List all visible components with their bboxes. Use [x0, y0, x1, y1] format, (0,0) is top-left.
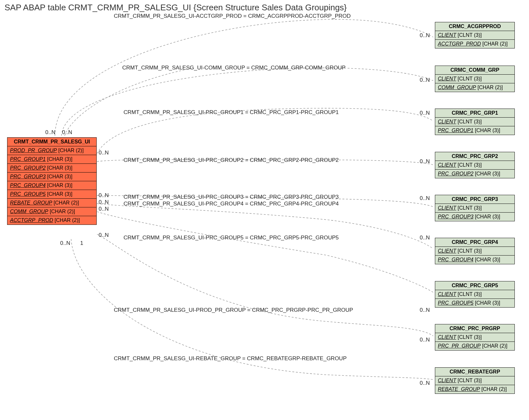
cardinality: 0..N [99, 150, 109, 156]
entity-field: PRC_GROUP3 [CHAR (3)] [7, 173, 96, 181]
entity-field: PROD_PR_GROUP [CHAR (2)] [7, 146, 96, 155]
entity-ref-1: CRMC_COMM_GRP CLIENT [CLNT (3)] COMM_GRO… [435, 66, 515, 92]
entity-ref-5: CRMC_PRC_GRP4 CLIENT [CLNT (3)] PRC_GROU… [435, 238, 515, 264]
cardinality: 0..N [420, 77, 430, 83]
cardinality: 0..N [420, 235, 430, 241]
rel-label: CRMT_CRMM_PR_SALESG_UI-COMM_GROUP = CRMC… [122, 65, 346, 71]
entity-header: CRMC_PRC_GRP4 [435, 238, 514, 247]
entity-field: PRC_GROUP2 [CHAR (3)] [435, 170, 514, 178]
cardinality: 0..N [60, 240, 70, 247]
cardinality: 0..N [420, 380, 430, 386]
entity-main-header: CRMT_CRMM_PR_SALESG_UI [7, 138, 96, 146]
rel-label: CRMT_CRMM_PR_SALESG_UI-PRC_GROUP1 = CRMC… [124, 109, 339, 116]
entity-ref-8: CRMC_REBATEGRP CLIENT [CLNT (3)] REBATE_… [435, 367, 515, 394]
cardinality: 0..N [420, 337, 430, 343]
entity-field: CLIENT [CLNT (3)] [435, 247, 514, 256]
cardinality: 0..N [420, 110, 430, 116]
entity-ref-7: CRMC_PRC_PRGRP CLIENT [CLNT (3)] PRC_PR_… [435, 324, 515, 351]
entity-field: CLIENT [CLNT (3)] [435, 75, 514, 83]
rel-label: CRMT_CRMM_PR_SALESG_UI-PROD_PR_GROUP = C… [114, 307, 353, 313]
entity-field: CLIENT [CLNT (3)] [435, 333, 514, 342]
entity-ref-2: CRMC_PRC_GRP1 CLIENT [CLNT (3)] PRC_GROU… [435, 109, 515, 135]
entity-field: CLIENT [CLNT (3)] [435, 31, 514, 40]
entity-field: REBATE_GROUP [CHAR (2)] [7, 199, 96, 207]
entity-header: CRMC_PRC_GRP3 [435, 195, 514, 204]
entity-ref-4: CRMC_PRC_GRP3 CLIENT [CLNT (3)] PRC_GROU… [435, 195, 515, 221]
entity-header: CRMC_PRC_GRP1 [435, 109, 514, 118]
entity-field: CLIENT [CLNT (3)] [435, 204, 514, 213]
cardinality: 0..N [420, 307, 430, 313]
cardinality: 0..N [99, 199, 109, 205]
entity-field: PRC_PR_GROUP [CHAR (2)] [435, 342, 514, 350]
cardinality: 0..N [420, 158, 430, 165]
entity-field: COMM_GROUP [CHAR (2)] [7, 207, 96, 216]
entity-field: CLIENT [CLNT (3)] [435, 161, 514, 170]
cardinality: 0..N [420, 32, 430, 39]
rel-label: CRMT_CRMM_PR_SALESG_UI-PRC_GROUP5 = CRMC… [124, 235, 339, 241]
rel-label: CRMT_CRMM_PR_SALESG_UI-PRC_GROUP2 = CRMC… [124, 157, 339, 163]
entity-ref-3: CRMC_PRC_GRP2 CLIENT [CLNT (3)] PRC_GROU… [435, 152, 515, 178]
entity-field: PRC_GROUP1 [CHAR (3)] [435, 126, 514, 135]
page-title: SAP ABAP table CRMT_CRMM_PR_SALESG_UI {S… [5, 3, 347, 13]
cardinality: 0..N [99, 206, 109, 212]
entity-ref-0: CRMC_ACGRPPROD CLIENT [CLNT (3)] ACCTGRP… [435, 22, 515, 48]
entity-field: CLIENT [CLNT (3)] [435, 376, 514, 385]
entity-field: PRC_GROUP2 [CHAR (3)] [7, 164, 96, 173]
entity-field: PRC_GROUP5 [CHAR (3)] [7, 190, 96, 199]
entity-header: CRMC_ACGRPPROD [435, 22, 514, 31]
entity-field: REBATE_GROUP [CHAR (2)] [435, 385, 514, 394]
entity-field: CLIENT [CLNT (3)] [435, 290, 514, 299]
cardinality: 0..N [99, 232, 109, 238]
cardinality: 0..N [99, 192, 109, 199]
entity-header: CRMC_COMM_GRP [435, 66, 514, 75]
entity-field: ACCTGRP_PROD [CHAR (2)] [7, 216, 96, 225]
entity-field: PRC_GROUP4 [CHAR (3)] [7, 181, 96, 190]
entity-field: PRC_GROUP3 [CHAR (3)] [435, 213, 514, 221]
entity-ref-6: CRMC_PRC_GRP5 CLIENT [CLNT (3)] PRC_GROU… [435, 281, 515, 308]
entity-header: CRMC_PRC_PRGRP [435, 324, 514, 333]
rel-label: CRMT_CRMM_PR_SALESG_UI-REBATE_GROUP = CR… [114, 355, 347, 362]
entity-field: CLIENT [CLNT (3)] [435, 118, 514, 126]
entity-field: COMM_GROUP [CHAR (2)] [435, 83, 514, 92]
cardinality: 0..N [420, 195, 430, 202]
rel-label: CRMT_CRMM_PR_SALESG_UI-ACCTGRP_PROD = CR… [114, 13, 351, 19]
entity-header: CRMC_REBATEGRP [435, 368, 514, 376]
entity-field: ACCTGRP_PROD [CHAR (2)] [435, 40, 514, 48]
rel-label: CRMT_CRMM_PR_SALESG_UI-PRC_GROUP3 = CRMC… [124, 194, 339, 200]
cardinality: 0..N [45, 129, 55, 136]
entity-field: PRC_GROUP1 [CHAR (3)] [7, 155, 96, 164]
rel-label: CRMT_CRMM_PR_SALESG_UI-PRC_GROUP4 = CRMC… [124, 201, 339, 207]
entity-field: PRC_GROUP5 [CHAR (3)] [435, 299, 514, 307]
cardinality: 0..N [62, 129, 72, 136]
entity-main: CRMT_CRMM_PR_SALESG_UI PROD_PR_GROUP [CH… [7, 137, 97, 225]
entity-header: CRMC_PRC_GRP2 [435, 152, 514, 161]
entity-header: CRMC_PRC_GRP5 [435, 281, 514, 290]
cardinality: 1 [80, 240, 83, 247]
entity-field: PRC_GROUP4 [CHAR (3)] [435, 256, 514, 264]
